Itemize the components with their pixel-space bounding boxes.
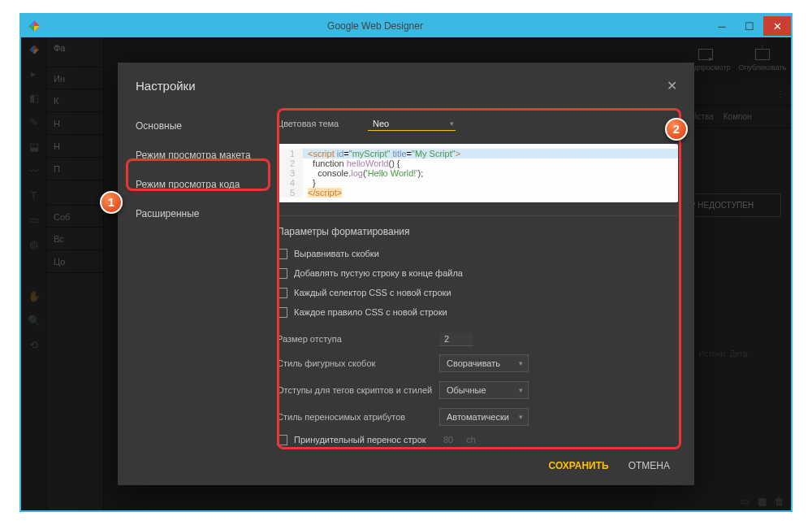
dialog-close-button[interactable]: ✕ — [663, 77, 680, 93]
save-button[interactable]: СОХРАНИТЬ — [549, 460, 609, 471]
css-rule-newline-checkbox[interactable] — [277, 307, 287, 318]
dialog-content: Цветовая тема Neo ▾ 1<script id="myScrip… — [269, 108, 694, 446]
css-selector-newline-checkbox[interactable] — [277, 288, 287, 298]
opt-css-rule: Каждое правило CSS с новой строки — [294, 307, 447, 317]
force-wrap-label: Принудительный перенос строк — [294, 434, 437, 445]
chevron-down-icon: ▾ — [519, 359, 523, 367]
svg-marker-1 — [34, 20, 40, 26]
brace-select[interactable]: Сворачивать▾ — [439, 354, 529, 372]
code-preview: 1<script id="myScript" title="My Script"… — [277, 144, 678, 202]
dialog-overlay: Настройки ✕ Основные Режим просмотра мак… — [21, 37, 791, 510]
theme-select[interactable]: Neo ▾ — [368, 117, 456, 131]
dialog-sidebar: Основные Режим просмотра макета Режим пр… — [118, 108, 269, 446]
sidebar-item-advanced[interactable]: Расширенные — [118, 199, 269, 228]
force-wrap-value: 80 — [443, 435, 453, 445]
sidebar-item-general[interactable]: Основные — [118, 111, 269, 141]
chevron-down-icon: ▾ — [450, 119, 454, 128]
app-shell: ▸ ◧ ✎ ⬓ 〰 T ▭ ◍ ✋ 🔍 ⟲ Фа Ин К Н Н П Соб … — [21, 37, 791, 510]
formatting-title: Параметры форматирования — [277, 226, 678, 237]
script-indent-label: Отступы для тегов скриптов и стилей — [277, 384, 439, 396]
force-wrap-unit: ch — [466, 435, 476, 445]
chevron-down-icon: ▾ — [519, 413, 523, 421]
opt-align: Выравнивать скобки — [294, 249, 379, 258]
callout-1: 1 — [100, 191, 123, 214]
dialog-title: Настройки — [136, 79, 196, 93]
titlebar: Google Web Designer ─ ☐ ✕ — [21, 15, 791, 37]
settings-dialog: Настройки ✕ Основные Режим просмотра мак… — [118, 63, 694, 485]
svg-marker-3 — [28, 26, 34, 32]
window-title: Google Web Designer — [42, 20, 708, 32]
sidebar-item-code-view[interactable]: Режим просмотра кода — [118, 170, 269, 199]
app-logo-icon — [26, 18, 42, 34]
sidebar-item-layout-view[interactable]: Режим просмотра макета — [118, 141, 269, 170]
indent-label: Размер отступа — [277, 334, 439, 344]
script-indent-select[interactable]: Обычные▾ — [439, 381, 529, 399]
attr-wrap-select[interactable]: Автоматически▾ — [439, 408, 529, 426]
force-wrap-checkbox[interactable] — [277, 435, 287, 445]
theme-label: Цветовая тема — [277, 119, 368, 128]
window-frame: Google Web Designer ─ ☐ ✕ ▸ ◧ ✎ ⬓ 〰 T ▭ … — [19, 13, 793, 512]
blank-line-checkbox[interactable] — [277, 268, 287, 279]
align-brackets-checkbox[interactable] — [277, 249, 287, 259]
minimize-button[interactable]: ─ — [708, 16, 736, 36]
opt-blank: Добавлять пустую строку в конце файла — [294, 268, 463, 278]
maximize-button[interactable]: ☐ — [736, 16, 763, 36]
close-window-button[interactable]: ✕ — [763, 16, 791, 36]
brace-label: Стиль фигурных скобок — [277, 358, 439, 368]
svg-marker-2 — [34, 26, 40, 32]
chevron-down-icon: ▾ — [519, 386, 523, 394]
attr-wrap-label: Стиль переносимых атрибутов — [277, 412, 439, 422]
opt-css-sel: Каждый селектор CSS с новой строки — [294, 288, 451, 297]
cancel-button[interactable]: ОТМЕНА — [628, 460, 670, 471]
indent-input[interactable]: 2 — [439, 332, 473, 346]
callout-2: 2 — [665, 118, 688, 141]
